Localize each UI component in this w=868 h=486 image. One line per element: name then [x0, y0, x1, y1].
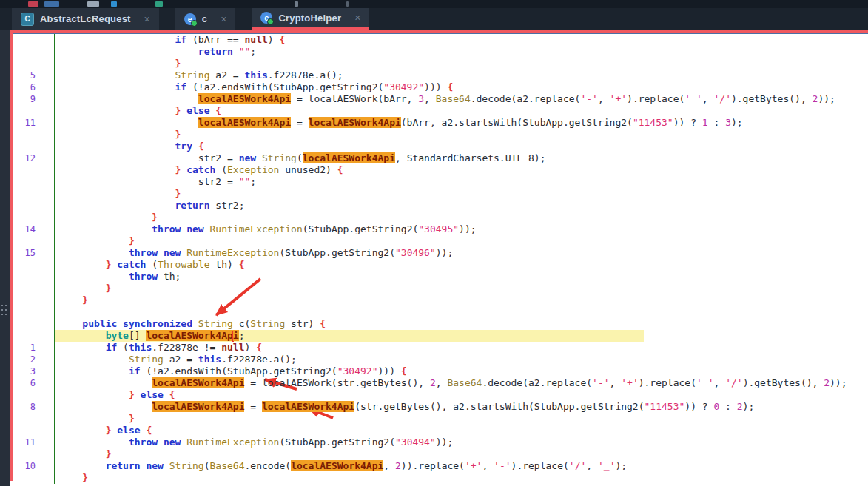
- code-line[interactable]: public synchronized String c(String str)…: [13, 318, 868, 330]
- code-token: ,: [598, 93, 610, 104]
- code-line[interactable]: [13, 306, 868, 318]
- code-token: 2: [395, 460, 401, 471]
- code-token: ): [244, 342, 256, 353]
- line-number: [13, 235, 55, 247]
- code-token: =: [244, 401, 261, 412]
- left-dock-strip: [0, 30, 10, 486]
- code-line[interactable]: }: [13, 472, 868, 484]
- code-text: if (this.f22878e != null) {: [55, 342, 262, 353]
- tab-label: c: [202, 13, 207, 24]
- code-token: ;: [239, 330, 245, 341]
- code-token: '+': [465, 460, 482, 471]
- code-text: localAESWork4Api = localAESWork(str.getB…: [55, 377, 847, 388]
- code-line[interactable]: 8 localAESWork4Api = localAESWork4Api(st…: [13, 401, 868, 413]
- code-line[interactable]: 3 if (!a2.endsWith(StubApp.getString2("3…: [13, 365, 868, 377]
- close-icon[interactable]: ×: [221, 13, 226, 25]
- code-line[interactable]: } else {: [13, 389, 868, 401]
- code-line[interactable]: try {: [13, 141, 868, 152]
- code-line[interactable]: }: [13, 283, 868, 294]
- code-token: [192, 141, 198, 152]
- code-line[interactable]: if (bArr == null) {: [13, 34, 868, 46]
- code-token: ))): [377, 365, 400, 377]
- code-token: new: [186, 223, 203, 234]
- code-line[interactable]: 10 return new String(Base64.encode(local…: [13, 460, 868, 472]
- code-token: {: [337, 164, 343, 175]
- code-line[interactable]: 6 localAESWork4Api = localAESWork(str.ge…: [13, 377, 868, 389]
- code-text: } else {: [55, 105, 221, 116]
- line-number: [13, 200, 55, 212]
- code-token: {: [169, 389, 175, 400]
- code-token: unused2): [279, 164, 337, 175]
- code-token: (: [297, 152, 303, 163]
- code-token: '/': [569, 460, 586, 471]
- code-token: =: [291, 117, 308, 128]
- code-token: ,: [610, 377, 622, 388]
- code-line[interactable]: } catch (Throwable th) {: [13, 259, 868, 271]
- code-line[interactable]: }: [13, 413, 868, 425]
- decompiler-class-icon: e: [260, 12, 272, 24]
- code-token: ,: [482, 460, 494, 471]
- line-number: 12: [13, 152, 55, 164]
- line-number: [13, 188, 55, 200]
- line-number: [13, 283, 55, 294]
- code-editor[interactable]: if (bArr == null) { return ""; }5 String…: [13, 34, 868, 486]
- splitter-grip[interactable]: [1, 305, 8, 321]
- code-text: }: [55, 188, 181, 199]
- code-line[interactable]: throw th;: [13, 271, 868, 283]
- code-token: "30496": [395, 247, 436, 258]
- code-line[interactable]: byte[] localAESWork4Api;: [13, 330, 868, 342]
- code-line[interactable]: }: [13, 188, 868, 200]
- code-line[interactable]: return str2;: [13, 200, 868, 212]
- code-token: ).replace(: [627, 93, 684, 104]
- code-line[interactable]: 14 throw new RuntimeException(StubApp.ge…: [13, 223, 868, 235]
- code-token: a2 =: [210, 70, 245, 81]
- code-token: :: [719, 401, 736, 412]
- code-token: '+': [610, 93, 627, 104]
- line-number: [13, 318, 55, 330]
- code-token: (str.getBytes(), a2.startsWith(StubApp.g…: [354, 401, 644, 412]
- code-token: null: [221, 342, 244, 353]
- code-line[interactable]: 5 String a2 = this.f22878e.a();: [13, 70, 868, 81]
- code-token: = localAESWork(bArr,: [291, 93, 418, 104]
- code-line[interactable]: 1 if (this.f22878e != null) {: [13, 342, 868, 354]
- code-line[interactable]: 11 localAESWork4Api = localAESWork4Api(b…: [13, 117, 868, 129]
- tab-c[interactable]: e c ×: [175, 8, 236, 30]
- code-token: [135, 389, 141, 400]
- code-line[interactable]: }: [13, 235, 868, 247]
- line-number: 10: [13, 460, 55, 472]
- line-number: 8: [13, 401, 55, 413]
- code-line[interactable]: } catch (Exception unused2) {: [13, 164, 868, 176]
- code-line[interactable]: 6 if (!a2.endsWith(StubApp.getString2("3…: [13, 81, 868, 93]
- line-number: 9: [13, 93, 55, 105]
- code-text: if (!a2.endsWith(StubApp.getString2("304…: [55, 365, 407, 377]
- code-token: ));: [818, 93, 835, 104]
- code-line[interactable]: 11 throw new RuntimeException(StubApp.ge…: [13, 436, 868, 448]
- code-token: String: [169, 460, 204, 471]
- line-number: [13, 164, 55, 176]
- code-token: [164, 389, 169, 400]
- code-line[interactable]: str2 = "";: [13, 176, 868, 188]
- code-text: try {: [55, 141, 204, 152]
- code-line[interactable]: } else {: [13, 105, 868, 117]
- code-line[interactable]: }: [13, 448, 868, 460]
- class-icon: C: [21, 13, 34, 26]
- close-icon[interactable]: ×: [144, 13, 150, 25]
- code-line[interactable]: 2 String a2 = this.f22878e.a();: [13, 354, 868, 365]
- code-line[interactable]: return "";: [13, 46, 868, 58]
- code-token: (: [215, 164, 227, 175]
- code-token: 3: [418, 93, 424, 104]
- code-line[interactable]: }: [13, 294, 868, 306]
- code-line[interactable]: }: [13, 212, 868, 223]
- code-line[interactable]: } else {: [13, 425, 868, 436]
- tab-abstractlcrequest[interactable]: C AbstractLcRequest ×: [12, 8, 159, 30]
- close-icon[interactable]: ×: [354, 12, 360, 24]
- code-line[interactable]: 15 throw new RuntimeException(StubApp.ge…: [13, 247, 868, 259]
- code-line[interactable]: 9 localAESWork4Api = localAESWork(bArr, …: [13, 93, 868, 105]
- code-line[interactable]: 12 str2 = new String(localAESWork4Api, S…: [13, 152, 868, 164]
- occurrence-highlight: localAESWork4Api: [262, 401, 354, 412]
- tab-cryptohelper[interactable]: e CryptoHelper ×: [252, 8, 369, 30]
- code-token: throw: [152, 223, 181, 234]
- code-line[interactable]: }: [13, 129, 868, 141]
- code-line[interactable]: }: [13, 58, 868, 70]
- code-text: }: [55, 413, 135, 424]
